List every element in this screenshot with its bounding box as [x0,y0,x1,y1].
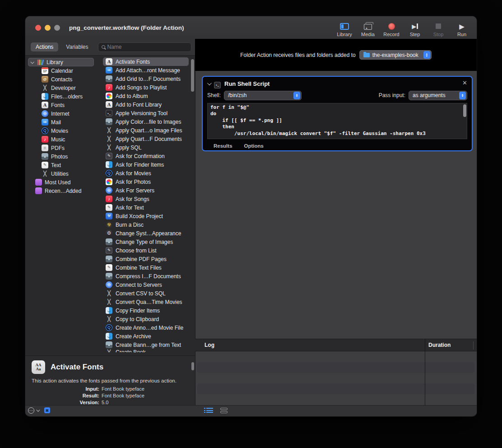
script-scrollbar[interactable] [463,104,466,117]
action-item-apply-sql[interactable]: ╳Apply SQL [103,143,195,152]
quicktime-icon: Q [42,127,48,134]
stack-view-icon[interactable] [220,408,228,413]
action-item-apply-color-file-to-images[interactable]: ▲Apply Color…file to Images [103,117,195,126]
action-item-change-type-of-images[interactable]: ▲Change Type of Images [103,238,195,246]
sidebar-item-photos[interactable]: ▲Photos [25,152,103,161]
action-item-create-bann-ge-from-text[interactable]: ▲Create Bann…ge from Text [103,341,195,349]
sidebar-item-movies[interactable]: QMovies [25,126,103,135]
search-field[interactable] [98,42,192,52]
description-scrollbar[interactable] [191,362,194,370]
action-item-compress-i-f-documents[interactable]: ▲Compress I…F Documents [103,272,195,280]
action-item-create-book[interactable]: ╳Create Book [103,349,195,352]
action-item-copy-to-clipboard[interactable]: ╳Copy to Clipboard [103,315,195,323]
action-item-copy-finder-items[interactable]: ◡Copy Finder Items [103,306,195,315]
meta-key: Result: [32,393,99,398]
zoom-window-button[interactable] [54,25,60,31]
tab-variables[interactable]: Variables [61,42,93,51]
action-item-choose-from-list[interactable]: ✎Choose from List [103,246,195,255]
media-browser-icon[interactable]: ▣ [44,407,50,413]
library-toolbar-button[interactable]: Library [336,19,353,37]
image-gray-icon: ▲ [106,75,112,82]
pass-input-dropdown[interactable]: as arguments ▲▼ [409,91,467,100]
calendar-icon: 17 [42,67,48,74]
action-item-add-attach-ront-message[interactable]: ✉Add Attach…ront Message [103,66,195,75]
log-column-header[interactable]: Log [205,342,214,348]
sidebar-item-text[interactable]: ✎Text [25,161,103,169]
sidebar-item-files-olders[interactable]: ◡Files…olders [25,92,103,101]
sidebar-item-most-used[interactable]: Most Used [25,178,103,187]
sidebar-item-developer[interactable]: ╳Developer [25,84,103,92]
disclosure-chevron-icon[interactable] [30,60,34,64]
tab-actions[interactable]: Actions [31,42,58,51]
sidebar-item-contacts[interactable]: @Contacts [25,75,103,84]
action-item-ask-for-confirmation[interactable]: ✎Ask for Confirmation [103,152,195,160]
sidebar-item-library[interactable]: Library [28,58,94,66]
results-tab[interactable]: Results [214,143,232,149]
duration-column-header[interactable]: Duration [428,342,451,348]
step-toolbar-button[interactable]: ▶Step [406,19,423,37]
log-empty-row [195,351,477,362]
action-item-ask-for-photos[interactable]: Ask for Photos [103,177,195,186]
action-item-burn-a-disc[interactable]: ☢Burn a Disc [103,220,195,229]
action-item-ask-for-text[interactable]: ✎Ask for Text [103,203,195,212]
run-shell-script-action[interactable]: ▸_ Run Shell Script ✕ Shell: /bin/zsh ▲▼… [202,76,473,151]
image-gray-icon: ▲ [106,118,112,125]
action-item-apply-quart-f-documents[interactable]: ╳Apply Quart…F Documents [103,135,195,143]
action-item-ask-for-finder-items[interactable]: ◡Ask for Finder Items [103,160,195,169]
search-input[interactable] [107,44,188,50]
log-column-divider[interactable] [425,339,425,405]
action-item-create-anno-ed-movie-file[interactable]: QCreate Anno…ed Movie File [103,323,195,332]
sidebar-item-internet[interactable]: ⊕Internet [25,109,103,118]
meta-key: Input: [32,386,99,392]
description-title: Activate Fonts [51,363,103,372]
run-toolbar-button[interactable]: ▶Run [453,19,470,37]
action-item-build-xcode-project[interactable]: ⚒Build Xcode Project [103,212,195,220]
action-item-add-to-album[interactable]: Add to Album [103,92,195,100]
action-item-add-to-font-library[interactable]: AAdd to Font Library [103,100,195,109]
action-item-convert-csv-to-sql[interactable]: ╳Convert CSV to SQL [103,289,195,298]
meta-key: Version: [32,400,99,405]
action-item-add-songs-to-playlist[interactable]: ♪Add Songs to Playlist [103,83,195,92]
sidebar-item-utilities[interactable]: ╳Utilities [25,169,103,178]
sidebar-item-calendar[interactable]: 17Calendar [25,66,103,75]
sidebar-item-recen-added[interactable]: Recen…Added [25,187,103,195]
close-window-button[interactable] [35,25,41,31]
action-item-add-grid-to-f-documents[interactable]: ▲Add Grid to…F Documents [103,75,195,83]
close-action-icon[interactable]: ✕ [462,80,467,86]
options-tab[interactable]: Options [244,143,264,149]
media-toolbar-button[interactable]: Media [359,19,376,37]
folder-icon [363,53,370,57]
action-item-convert-qua-time-movies[interactable]: ╳Convert Qua…Time Movies [103,298,195,306]
shell-dropdown[interactable]: /bin/zsh ▲▼ [224,91,302,100]
action-item-combine-pdf-pages[interactable]: ▲Combine PDF Pages [103,255,195,263]
pass-input-label: Pass input: [379,92,405,98]
action-item-ask-for-movies[interactable]: QAsk for Movies [103,169,195,177]
action-item-combine-text-files[interactable]: ✎Combine Text Files [103,263,195,272]
record-toolbar-button[interactable]: Record [383,19,400,37]
sidebar-item-music[interactable]: ♪Music [25,135,103,144]
disclosure-chevron-icon[interactable] [207,81,212,85]
folder-dropdown[interactable]: the-examples-book ▲▼ [359,50,432,60]
action-list-scrollbar[interactable] [191,59,194,92]
action-item-apple-versioning-tool[interactable]: ▸_Apple Versioning Tool [103,109,195,117]
action-title: Run Shell Script [224,80,270,87]
minimize-window-button[interactable] [45,25,51,31]
sidebar-item-pdfs[interactable]: ≡PDFs [25,144,103,152]
action-item-connect-to-servers[interactable]: ⊕Connect to Servers [103,280,195,289]
sidebar-item-mail[interactable]: ✉Mail [25,118,103,126]
list-view-icon[interactable] [204,408,213,413]
action-item-ask-for-songs[interactable]: ♪Ask for Songs [103,195,195,203]
shell-script-editor[interactable]: for f in "$@"do if [[ $f == *.png ]] the… [207,103,467,139]
action-item-create-archive[interactable]: ◡Create Archive [103,332,195,341]
traffic-lights [35,25,60,31]
sidebar-item-fonts[interactable]: AFonts [25,101,103,109]
more-options-icon[interactable]: ⋯ [28,407,34,414]
globe-icon: ⊕ [106,187,112,194]
fonts-icon: A [42,102,48,108]
chevron-down-icon[interactable] [36,408,40,411]
action-item-apply-quart-o-image-files[interactable]: ╳Apply Quart…o Image Files [103,126,195,135]
action-item-ask-for-servers[interactable]: ⊕Ask For Servers [103,186,195,195]
library-panel: Library17Calendar@Contacts╳Developer◡Fil… [25,55,195,355]
action-item-change-syst-appearance[interactable]: ⚙Change Syst…Appearance [103,229,195,238]
action-item-activate-fonts[interactable]: AActivate Fonts [103,57,189,66]
